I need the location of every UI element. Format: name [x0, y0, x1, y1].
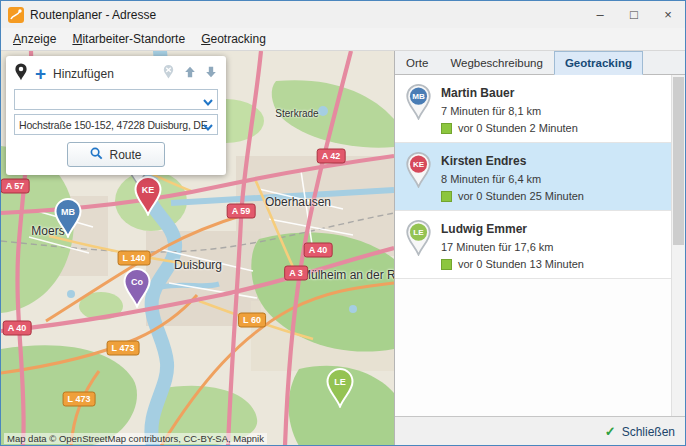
- remove-stop-icon[interactable]: [161, 64, 176, 84]
- map-pin-le[interactable]: LE: [325, 368, 355, 412]
- menu-mitarbeiter-accel: M: [72, 32, 82, 46]
- svg-text:LE: LE: [413, 228, 424, 237]
- svg-text:KE: KE: [142, 185, 155, 195]
- window-controls: – □ ×: [583, 1, 685, 28]
- menu-geotracking[interactable]: Geotracking: [193, 30, 274, 48]
- road-badge: L 140: [118, 251, 151, 266]
- check-icon: ✓: [605, 424, 616, 439]
- road-badge: A 42: [317, 149, 346, 164]
- list-item-kirsten-endres[interactable]: KE Kirsten Endres 8 Minuten für 6,4 km v…: [395, 143, 672, 211]
- route-estimate: 8 Minuten für 6,4 km: [441, 173, 584, 185]
- chevron-down-icon: [203, 121, 213, 133]
- person-pin-icon: LE: [405, 220, 432, 270]
- minimize-button[interactable]: –: [583, 1, 617, 28]
- map-attribution: Map data © OpenStreetMap contributors, C…: [4, 433, 267, 444]
- bottombar: ✓ Schließen: [395, 416, 685, 446]
- menubar: Anzeige Mitarbeiter-Standorte Geotrackin…: [1, 28, 685, 51]
- person-name: Kirsten Endres: [441, 154, 584, 168]
- city-label-oberhausen: Oberhausen: [265, 195, 331, 209]
- last-seen-text: vor 0 Stunden 25 Minuten: [458, 190, 584, 202]
- geotracking-list: MB Martin Bauer 7 Minuten für 8,1 km vor…: [395, 75, 685, 416]
- address-select[interactable]: Hochstraße 150-152, 47228 Duisburg, DE: [14, 114, 218, 135]
- road-badge: A 40: [304, 243, 333, 258]
- menu-mitarbeiter-label: itarbeiter-Standorte: [82, 32, 185, 46]
- app-window: Routenplaner - Adresse – □ × Anzeige Mit…: [0, 0, 686, 446]
- scrollbar[interactable]: [671, 75, 685, 416]
- route-toolbar: + Hinzufügen: [6, 56, 226, 175]
- scrollbar-thumb[interactable]: [673, 77, 684, 245]
- menu-anzeige-accel: A: [13, 32, 21, 46]
- recency-indicator: [441, 259, 452, 270]
- location-pin-icon: [14, 63, 28, 85]
- menu-geotracking-label: eotracking: [210, 32, 265, 46]
- city-label-sterkrade: Sterkrade: [275, 108, 318, 119]
- recency-indicator: [441, 191, 452, 202]
- chevron-down-icon: [203, 96, 213, 108]
- map: A 57 A 42 A 59 A 40 A 3 A 40 L 140 L 60 …: [1, 51, 394, 446]
- stop-select[interactable]: [14, 89, 218, 110]
- road-badge: A 57: [1, 179, 29, 194]
- svg-text:MB: MB: [412, 92, 425, 101]
- route-button[interactable]: Route: [67, 142, 165, 167]
- add-stop-label: Hinzufügen: [53, 67, 114, 81]
- tab-orte[interactable]: Orte: [395, 51, 439, 74]
- list-item-martin-bauer[interactable]: MB Martin Bauer 7 Minuten für 8,1 km vor…: [395, 75, 672, 143]
- tab-wegbeschreibung[interactable]: Wegbeschreibung: [439, 51, 554, 74]
- map-pin-mb[interactable]: MB: [53, 198, 83, 242]
- search-icon: [90, 147, 103, 163]
- route-button-label: Route: [109, 148, 141, 162]
- menu-anzeige[interactable]: Anzeige: [5, 30, 64, 48]
- road-badge: A 3: [284, 266, 308, 281]
- titlebar: Routenplaner - Adresse – □ ×: [1, 1, 685, 28]
- add-stop-icon[interactable]: +: [35, 65, 46, 83]
- move-up-icon[interactable]: [183, 65, 197, 83]
- side-panel: Orte Wegbeschreibung Geotracking MB: [394, 51, 685, 446]
- city-label-muelheim: Mülheim an der Ruhr: [301, 268, 394, 282]
- road-badge: A 40: [3, 321, 32, 336]
- last-seen-text: vor 0 Stunden 2 Minuten: [458, 122, 578, 134]
- menu-anzeige-label: nzeige: [21, 32, 56, 46]
- svg-text:MB: MB: [61, 207, 75, 217]
- road-badge: L 473: [107, 341, 140, 356]
- road-badge: L 473: [63, 392, 96, 407]
- map-pin-ke[interactable]: KE: [133, 176, 163, 220]
- recency-indicator: [441, 123, 452, 134]
- address-value: Hochstraße 150-152, 47228 Duisburg, DE: [19, 119, 208, 131]
- svg-text:LE: LE: [334, 377, 346, 387]
- app-icon: [8, 7, 24, 23]
- map-pin-co[interactable]: Co: [122, 268, 152, 312]
- svg-text:KE: KE: [413, 160, 425, 169]
- svg-text:Co: Co: [131, 277, 143, 287]
- move-down-icon[interactable]: [204, 65, 218, 83]
- person-name: Martin Bauer: [441, 86, 578, 100]
- person-name: Ludwig Emmer: [441, 222, 584, 236]
- close-button[interactable]: ×: [651, 1, 685, 28]
- person-pin-icon: KE: [405, 152, 432, 202]
- last-seen-text: vor 0 Stunden 13 Minuten: [458, 258, 584, 270]
- content: A 57 A 42 A 59 A 40 A 3 A 40 L 140 L 60 …: [1, 51, 685, 446]
- road-badge: L 60: [238, 313, 266, 328]
- close-dialog-label: Schließen: [622, 425, 675, 439]
- menu-mitarbeiter-standorte[interactable]: Mitarbeiter-Standorte: [64, 30, 193, 48]
- window-title: Routenplaner - Adresse: [30, 8, 156, 22]
- tab-geotracking[interactable]: Geotracking: [554, 51, 643, 75]
- maximize-button[interactable]: □: [617, 1, 651, 28]
- tabbar: Orte Wegbeschreibung Geotracking: [395, 51, 685, 75]
- close-dialog-button[interactable]: ✓ Schließen: [605, 424, 675, 439]
- route-estimate: 17 Minuten für 17,6 km: [441, 241, 584, 253]
- route-estimate: 7 Minuten für 8,1 km: [441, 105, 578, 117]
- road-badge: A 59: [227, 204, 256, 219]
- person-pin-icon: MB: [405, 84, 432, 134]
- city-label-duisburg: Duisburg: [174, 258, 222, 272]
- list-item-ludwig-emmer[interactable]: LE Ludwig Emmer 17 Minuten für 17,6 km v…: [395, 211, 672, 279]
